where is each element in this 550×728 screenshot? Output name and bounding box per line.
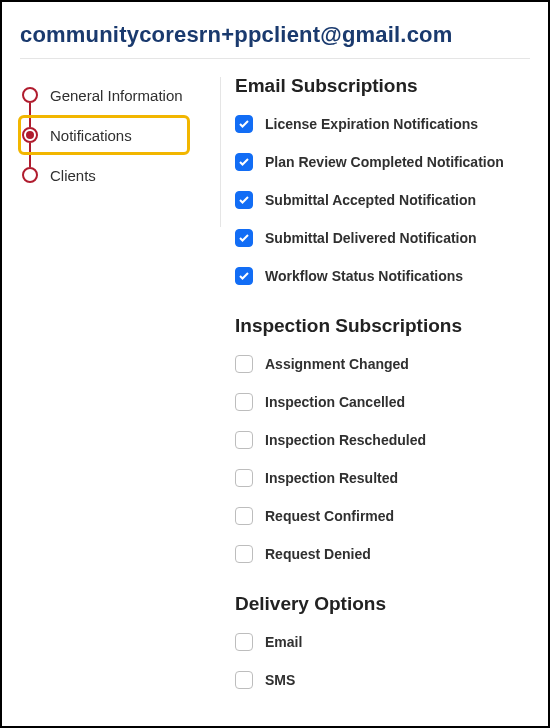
page-title: communitycoresrn+ppclient@gmail.com — [20, 22, 530, 48]
checkbox-license-expiration[interactable] — [235, 115, 253, 133]
inspection-subscriptions-group: Assignment Changed Inspection Cancelled … — [235, 355, 530, 563]
sidebar-item-label: Clients — [38, 167, 96, 184]
checkbox-label: Submittal Delivered Notification — [253, 230, 477, 246]
checkbox-row: Assignment Changed — [235, 355, 530, 373]
section-title-email-subscriptions: Email Subscriptions — [235, 75, 530, 97]
check-icon — [238, 270, 250, 282]
checkbox-inspection-rescheduled[interactable] — [235, 431, 253, 449]
step-circle-icon — [22, 127, 38, 143]
check-icon — [238, 118, 250, 130]
checkbox-row: SMS — [235, 671, 530, 689]
sidebar-item-label: General Information — [38, 87, 183, 104]
checkbox-delivery-sms[interactable] — [235, 671, 253, 689]
checkbox-label: Workflow Status Notifications — [253, 268, 463, 284]
sidebar-item-label: Notifications — [38, 127, 132, 144]
check-icon — [238, 232, 250, 244]
checkbox-row: License Expiration Notifications — [235, 115, 530, 133]
check-icon — [238, 156, 250, 168]
checkbox-inspection-resulted[interactable] — [235, 469, 253, 487]
checkbox-request-confirmed[interactable] — [235, 507, 253, 525]
checkbox-submittal-delivered[interactable] — [235, 229, 253, 247]
checkbox-label: Email — [253, 634, 302, 650]
checkbox-delivery-email[interactable] — [235, 633, 253, 651]
checkbox-label: Assignment Changed — [253, 356, 409, 372]
checkbox-inspection-cancelled[interactable] — [235, 393, 253, 411]
sidebar-nav: General Information Notifications Client… — [20, 73, 220, 195]
checkbox-plan-review-completed[interactable] — [235, 153, 253, 171]
checkbox-row: Inspection Resulted — [235, 469, 530, 487]
settings-page: communitycoresrn+ppclient@gmail.com Gene… — [0, 0, 550, 728]
checkbox-assignment-changed[interactable] — [235, 355, 253, 373]
checkbox-label: SMS — [253, 672, 295, 688]
checkbox-request-denied[interactable] — [235, 545, 253, 563]
main-panel: Email Subscriptions License Expiration N… — [235, 73, 530, 709]
checkbox-workflow-status[interactable] — [235, 267, 253, 285]
checkbox-submittal-accepted[interactable] — [235, 191, 253, 209]
checkbox-label: Submittal Accepted Notification — [253, 192, 476, 208]
checkbox-row: Request Denied — [235, 545, 530, 563]
step-circle-icon — [22, 167, 38, 183]
checkbox-label: Inspection Resulted — [253, 470, 398, 486]
checkbox-label: License Expiration Notifications — [253, 116, 478, 132]
check-icon — [238, 194, 250, 206]
checkbox-row: Submittal Delivered Notification — [235, 229, 530, 247]
section-title-inspection-subscriptions: Inspection Subscriptions — [235, 315, 530, 337]
sidebar-item-notifications[interactable]: Notifications — [20, 115, 220, 155]
delivery-options-group: Email SMS — [235, 633, 530, 689]
checkbox-label: Request Confirmed — [253, 508, 394, 524]
checkbox-label: Plan Review Completed Notification — [253, 154, 504, 170]
content-row: General Information Notifications Client… — [20, 73, 530, 709]
checkbox-label: Request Denied — [253, 546, 371, 562]
divider-vertical — [220, 77, 221, 227]
checkbox-row: Email — [235, 633, 530, 651]
sidebar-item-general-information[interactable]: General Information — [20, 75, 220, 115]
sidebar-item-clients[interactable]: Clients — [20, 155, 220, 195]
step-circle-icon — [22, 87, 38, 103]
checkbox-label: Inspection Rescheduled — [253, 432, 426, 448]
divider-horizontal — [20, 58, 530, 59]
checkbox-row: Inspection Rescheduled — [235, 431, 530, 449]
checkbox-row: Submittal Accepted Notification — [235, 191, 530, 209]
checkbox-label: Inspection Cancelled — [253, 394, 405, 410]
checkbox-row: Inspection Cancelled — [235, 393, 530, 411]
section-title-delivery-options: Delivery Options — [235, 593, 530, 615]
email-subscriptions-group: License Expiration Notifications Plan Re… — [235, 115, 530, 285]
checkbox-row: Request Confirmed — [235, 507, 530, 525]
checkbox-row: Plan Review Completed Notification — [235, 153, 530, 171]
checkbox-row: Workflow Status Notifications — [235, 267, 530, 285]
